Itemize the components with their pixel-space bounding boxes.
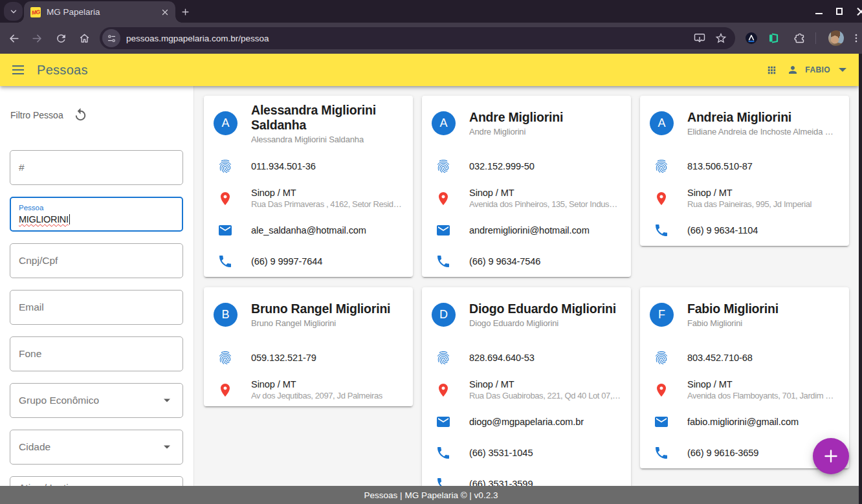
- filter-field-fone[interactable]: Fone: [10, 336, 183, 371]
- reset-filter-icon[interactable]: [73, 107, 88, 122]
- filter-field-grupo-econ-mico[interactable]: Grupo Econômico: [10, 383, 183, 418]
- close-window-button[interactable]: [856, 7, 862, 16]
- phone-icon: [436, 254, 451, 269]
- row-subtext: Rua Das Guabirobas, 221, Qd 40 Lot 07,…: [469, 391, 621, 400]
- card-row-email: andremigliorini@hotmail.com: [422, 215, 631, 246]
- card-row-fingerprint: 059.132.521-79: [204, 342, 413, 373]
- home-icon: [78, 32, 91, 45]
- card-row-location: Sinop / MTAv dos Jequtibas, 2097, Jd Pal…: [204, 373, 413, 406]
- filter-field-cidade[interactable]: Cidade: [10, 430, 183, 465]
- location-pin-icon: [436, 191, 451, 206]
- row-text: Sinop / MT: [687, 379, 834, 389]
- fingerprint-icon: [436, 159, 451, 174]
- person-card[interactable]: AAndre MiglioriniAndre Migliorini032.152…: [422, 96, 631, 277]
- extensions-area: [746, 23, 862, 54]
- menu-bar: [12, 69, 24, 71]
- browser-menu-icon[interactable]: [850, 32, 862, 44]
- person-card[interactable]: AAlessandra Migliorini SaldanhaAlessandr…: [204, 96, 413, 277]
- site-info-button[interactable]: [102, 29, 120, 47]
- row-text: (66) 9 9634-7546: [469, 256, 540, 267]
- add-person-button[interactable]: [813, 438, 849, 474]
- avatar: B: [214, 303, 238, 327]
- phone-icon: [436, 445, 451, 461]
- user-name[interactable]: FABIO: [805, 65, 830, 74]
- row-text: 032.152.999-50: [469, 161, 535, 171]
- person-name: Andre Migliorini: [469, 110, 563, 125]
- minimize-button[interactable]: [815, 13, 823, 14]
- filter-field-email[interactable]: Email: [10, 290, 183, 325]
- field-label: Fone: [19, 348, 41, 360]
- person-subtitle: Fabio Migliorini: [687, 318, 779, 328]
- dropdown-caret-icon: [164, 399, 170, 402]
- maximize-button[interactable]: [836, 8, 843, 15]
- person-subtitle: Andre Migliorini: [469, 127, 563, 137]
- email-icon: [436, 223, 451, 238]
- browser-tab-strip: MG MG Papelaria: [0, 0, 862, 23]
- profile-avatar[interactable]: [828, 30, 844, 46]
- person-card[interactable]: BBruno Rangel MiglioriniBruno Rangel Mig…: [204, 287, 413, 406]
- person-name: Andreia Migliorini: [687, 110, 834, 125]
- footer-text: Pessoas | MG Papelaria © | v0.2.3: [364, 490, 498, 500]
- card-row-email: diogo@mgpapelaria.com.br: [422, 406, 631, 437]
- phone-icon: [217, 254, 233, 269]
- browser-toolbar: pessoas.mgpapelaria.com.br/pessoa: [0, 23, 862, 54]
- row-text: (66) 3531-1045: [469, 448, 533, 458]
- address-bar[interactable]: pessoas.mgpapelaria.com.br/pessoa: [100, 27, 735, 49]
- field-label: Cnpj/Cpf: [19, 255, 58, 267]
- user-icon[interactable]: [787, 64, 799, 76]
- menu-icon[interactable]: [12, 65, 24, 74]
- card-row-fingerprint: 011.934.501-36: [204, 151, 413, 182]
- back-button[interactable]: [5, 30, 22, 47]
- fingerprint-icon: [654, 159, 669, 174]
- email-icon: [654, 414, 669, 430]
- filter-field-codigo[interactable]: #: [10, 150, 183, 185]
- row-text: Sinop / MT: [251, 188, 401, 198]
- person-subtitle: Bruno Rangel Migliorini: [251, 318, 390, 328]
- person-card[interactable]: AAndreia MiglioriniElidiane Andreia de I…: [640, 96, 849, 246]
- card-row-email: ale_saldanha@hotmail.com: [204, 215, 413, 246]
- home-button[interactable]: [76, 30, 93, 47]
- dropdown-caret-icon: [164, 446, 170, 449]
- card-row-phone: (66) 3531-1045: [422, 437, 631, 468]
- scrollbar[interactable]: [859, 54, 862, 504]
- location-pin-icon: [654, 382, 669, 398]
- row-text: diogo@mgpapelaria.com.br: [469, 417, 584, 427]
- person-subtitle: Diogo Eduardo Migliorini: [469, 318, 616, 328]
- apps-grid-icon[interactable]: [766, 65, 777, 76]
- email-icon: [436, 414, 451, 430]
- person-card[interactable]: FFabio MiglioriniFabio Migliorini803.452…: [640, 287, 849, 468]
- install-app-icon[interactable]: [693, 32, 706, 45]
- row-subtext: Rua das Paineiras, 995, Jd Imperial: [687, 199, 812, 209]
- row-text: 813.506.510-87: [687, 161, 753, 171]
- row-text: fabio.migliorini@gmail.com: [687, 417, 799, 427]
- card-row-phone: (66) 9 9997-7644: [204, 246, 413, 277]
- filter-field-ativo-inativo[interactable]: Ativo / Inativo: [10, 476, 183, 486]
- reload-button[interactable]: [52, 30, 69, 47]
- extensions-puzzle-icon[interactable]: [793, 32, 806, 45]
- row-text: Sinop / MT: [687, 188, 812, 198]
- forward-button[interactable]: [28, 30, 45, 47]
- user-menu-caret-icon[interactable]: [839, 68, 846, 72]
- person-card[interactable]: DDiogo Eduardo MiglioriniDiogo Eduardo M…: [422, 287, 631, 486]
- menu-bar: [12, 65, 24, 67]
- tune-icon: [107, 34, 116, 43]
- card-row-location: Sinop / MTRua Das Primaveras , 4162, Set…: [204, 182, 413, 215]
- url-text[interactable]: pessoas.mgpapelaria.com.br/pessoa: [126, 34, 693, 43]
- extension-teal-icon[interactable]: [769, 32, 780, 44]
- filter-field-pessoa[interactable]: PessoaMIGLIORINI: [10, 197, 183, 232]
- plus-icon: [823, 448, 839, 464]
- card-row-location: Sinop / MTRua Das Guabirobas, 221, Qd 40…: [422, 373, 631, 406]
- card-row-fingerprint: 032.152.999-50: [422, 151, 631, 182]
- location-pin-icon: [217, 382, 233, 398]
- phone-icon: [436, 476, 451, 486]
- extension-a-icon[interactable]: [746, 32, 757, 44]
- card-row-location: Sinop / MTAvenida dos Flamboyants, 701, …: [640, 373, 849, 406]
- filter-field-cnpj-cpf[interactable]: Cnpj/Cpf: [10, 243, 183, 278]
- avatar: A: [650, 111, 674, 135]
- app-bar: Pessoas FABIO: [0, 54, 859, 86]
- app-footer: Pessoas | MG Papelaria © | v0.2.3: [0, 486, 862, 504]
- back-icon: [8, 32, 20, 45]
- filter-fields: #PessoaMIGLIORINICnpj/CpfEmailFoneGrupo …: [10, 150, 183, 486]
- lambda-glyph: [746, 32, 757, 44]
- bookmark-star-icon[interactable]: [714, 32, 727, 45]
